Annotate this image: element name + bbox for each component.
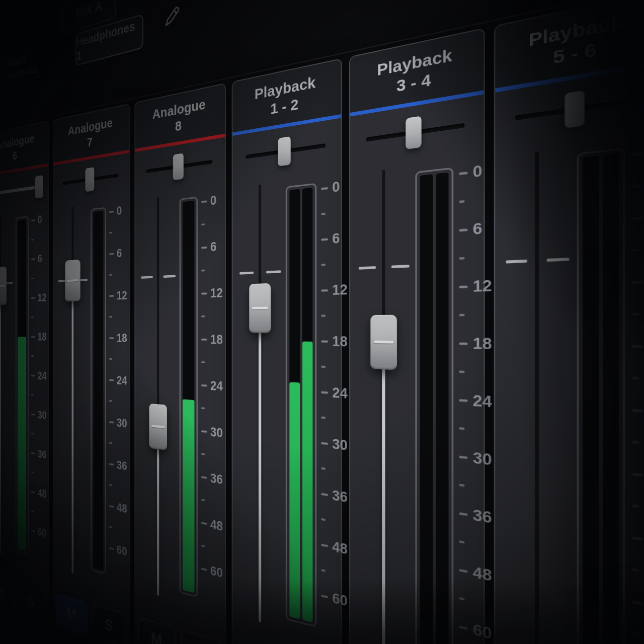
db-tick [459,285,467,288]
db-minor-tick [632,441,639,444]
fader-and-meter: 0612182430364860 [0,205,48,588]
db-number: 60 [38,526,47,540]
db-scale-label: 12 [321,281,348,298]
db-tick [632,472,643,476]
fader-handle[interactable] [149,404,167,450]
db-number: 30 [332,436,348,454]
db-minor-tick [109,526,112,528]
db-number: 36 [473,506,492,527]
db-number: 60 [473,620,492,643]
db-scale-label: 60 [201,561,223,581]
db-tick [321,594,328,598]
fader-track-lower[interactable] [259,308,261,622]
db-scale-label: 0 [321,179,340,197]
db-tick [109,463,114,465]
db-scale-label: 30 [31,408,46,422]
db-number: 12 [473,277,492,295]
pan-handle[interactable] [278,136,290,167]
db-number: 12 [38,291,47,304]
db-number: 0 [38,213,42,226]
db-scale-label: 0 [31,213,42,226]
db-number: 12 [332,281,348,298]
level-meter [286,183,316,628]
fader-track-lower[interactable] [0,286,1,555]
db-minor-tick [321,213,326,215]
db-minor-tick [459,314,464,316]
db-number: 30 [117,416,127,431]
db-tick [459,455,467,458]
solo-button[interactable]: S [92,604,126,644]
db-number: 18 [473,335,492,353]
db-number: 6 [117,247,122,260]
fader-handle[interactable] [65,260,80,301]
channel-name-line2: 6 [13,148,17,163]
meter-bar [436,173,449,644]
fader-handle[interactable] [0,267,7,305]
db-scale-label: 0 [459,162,482,183]
db-tick [109,421,114,423]
fader-track-lower[interactable] [72,281,74,574]
db-number: 18 [332,333,348,350]
pan-track [0,185,39,195]
db-scale-label: 60 [31,524,46,540]
db-tick [201,247,207,249]
db-tick [109,337,114,339]
solo-button[interactable]: S [17,582,46,622]
db-minor-tick [31,510,34,512]
db-number: 24 [38,370,47,383]
fader-track-lower[interactable] [382,342,385,644]
meter-level-green [302,341,313,622]
db-scale-label: 36 [109,457,127,473]
db-minor-tick [31,394,34,396]
db-scale-label: 60 [109,541,127,559]
db-tick [321,543,328,547]
db-number: 30 [38,409,47,422]
mute-button[interactable]: M [56,593,88,636]
db-scale-label: 0 [201,193,216,209]
db-number: 48 [38,487,47,501]
fader-and-meter: 0612182430364860 [495,128,644,644]
db-minor-tick [459,484,464,487]
db-scale-label: 6 [459,219,482,239]
db-minor-tick [31,471,34,473]
db-minor-tick [109,232,112,234]
db-tick [109,210,114,212]
fader-and-meter: 0612182430364860 [53,195,129,611]
db-number: 30 [210,425,223,441]
db-scale-label: 36 [459,504,492,527]
db-tick [632,216,643,220]
db-number: 48 [332,538,348,557]
pan-handle[interactable] [35,175,43,199]
db-scale-label: 24 [201,378,223,394]
db-scale-label: 12 [109,289,127,303]
channel-strip: Playback 1 - 2 0612182430364860 M S [232,58,342,644]
db-scale-label: 30 [201,424,223,440]
channel-strip: Analogue 6 0612182430364860 M S [0,121,49,629]
pan-handle[interactable] [565,91,585,128]
db-tick [321,493,328,496]
fader-track[interactable] [535,151,539,644]
mute-button[interactable]: M [0,574,13,612]
unity-mark-left [359,266,376,270]
pan-handle[interactable] [406,116,421,149]
pan-handle[interactable] [173,153,184,180]
db-number: 18 [38,331,47,343]
fader-handle[interactable] [370,315,397,370]
db-minor-tick [632,377,639,380]
db-tick [201,522,207,525]
db-tick [201,568,207,571]
db-number: 60 [332,590,348,609]
db-scale-label: 6 [201,239,216,255]
db-minor-tick [109,316,112,317]
fader-track-lower[interactable] [157,427,159,596]
db-number: 24 [473,392,492,411]
db-scale-label: 24 [109,373,127,388]
db-minor-tick [201,223,205,225]
pan-handle[interactable] [86,167,95,192]
db-scale-label: 48 [321,536,348,557]
db-number: 48 [117,501,127,516]
db-scale-label: 30 [459,448,492,469]
db-number: 6 [473,219,482,238]
db-minor-tick [109,442,112,444]
fader-handle[interactable] [249,283,271,333]
